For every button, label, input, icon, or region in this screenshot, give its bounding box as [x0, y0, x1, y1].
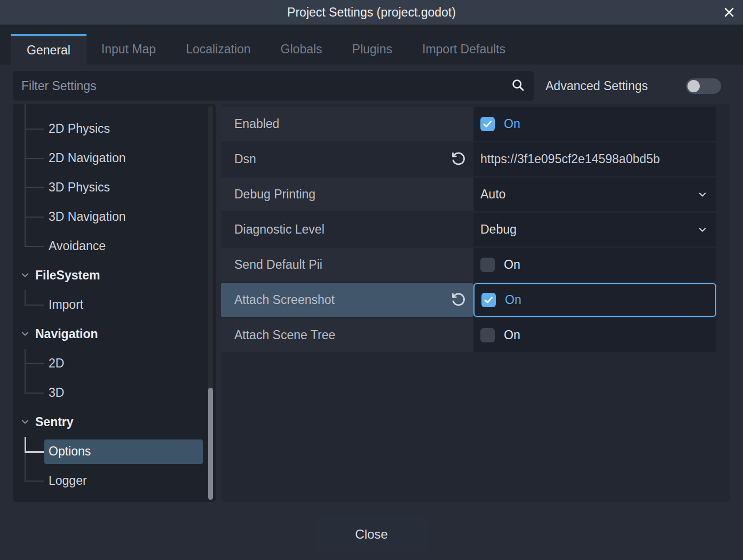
tab-label: Globals [281, 42, 322, 57]
setting-value-zone-focused: On [473, 283, 716, 317]
setting-label-zone: Debug Printing [221, 178, 473, 211]
tree-item-3d-physics[interactable]: 3D Physics [13, 173, 216, 202]
tree-section-navigation[interactable]: Navigation [13, 319, 216, 349]
setting-label: Enabled [234, 117, 279, 131]
setting-value-zone: On [473, 107, 716, 141]
setting-label: Diagnostic Level [234, 222, 325, 237]
panels: 2D Physics 2D Navigation 3D Physics 3D N… [13, 104, 730, 502]
tab-plugins[interactable]: Plugins [337, 34, 407, 65]
tree-item-nav-3d[interactable]: 3D [13, 378, 216, 407]
tree-item-label: 3D Navigation [49, 210, 125, 224]
setting-value-zone: On [473, 318, 716, 352]
close-button[interactable]: Close [316, 516, 427, 553]
debug-printing-dropdown[interactable]: Auto [473, 178, 716, 211]
tab-globals[interactable]: Globals [266, 34, 337, 65]
tree-item-options[interactable]: Options [13, 437, 216, 466]
tab-label: Plugins [352, 42, 392, 57]
setting-row-attach-screenshot: Attach Screenshot On [221, 283, 730, 317]
project-settings-window: Project Settings (project.godot) General… [0, 0, 743, 560]
checkbox-state-label: On [504, 258, 520, 272]
filter-row: Advanced Settings [13, 71, 721, 101]
tree-connector [25, 466, 46, 495]
content-area: Advanced Settings 2D Physics 2D Navigati… [0, 65, 743, 560]
checkmark-icon [483, 294, 494, 306]
settings-tree: 2D Physics 2D Navigation 3D Physics 3D N… [13, 104, 216, 502]
setting-label: Attach Screenshot [234, 293, 335, 307]
tree-item-label: 2D Navigation [49, 151, 125, 165]
tree-scrollbar-thumb[interactable] [208, 388, 213, 500]
setting-row-dsn: Dsn https://3f1e095cf2e14598a0bd5b [221, 142, 730, 176]
advanced-settings-toggle[interactable] [686, 78, 721, 94]
tree-item-2d-navigation[interactable]: 2D Navigation [13, 143, 216, 173]
setting-row-diagnostic-level: Diagnostic Level Debug [221, 213, 730, 246]
diagnostic-level-dropdown[interactable]: Debug [473, 213, 716, 246]
enabled-checkbox[interactable] [480, 117, 495, 131]
chevron-down-icon [697, 225, 708, 237]
dsn-text-field[interactable]: https://3f1e095cf2e14598a0bd5b [473, 142, 716, 176]
setting-row-send-default-pii: Send Default Pii On [221, 248, 730, 282]
tree-section-label: Navigation [35, 327, 98, 341]
tree-connector [25, 378, 46, 407]
checkbox-state-label: On [504, 117, 520, 131]
tree-leadin [13, 104, 216, 114]
tree-item-logger[interactable]: Logger [13, 466, 216, 495]
setting-row-enabled: Enabled On [221, 107, 730, 141]
setting-label: Attach Scene Tree [234, 328, 335, 342]
tree-item-nav-2d[interactable]: 2D [13, 349, 216, 378]
setting-label: Debug Printing [234, 187, 315, 202]
dropdown-value: Auto [480, 187, 505, 202]
setting-label-zone: Diagnostic Level [221, 213, 473, 246]
close-button-label: Close [355, 527, 388, 542]
tree-item-label: Options [49, 444, 91, 459]
tree-section-label: FileSystem [35, 268, 100, 283]
tree-section-filesystem[interactable]: FileSystem [13, 261, 216, 290]
filter-settings-field[interactable] [13, 71, 534, 101]
toggle-knob [687, 80, 700, 92]
tree-item-import[interactable]: Import [13, 290, 216, 319]
chevron-down-icon [20, 417, 30, 429]
tree-section-sentry[interactable]: Sentry [13, 407, 216, 437]
chevron-down-icon [20, 329, 30, 341]
tree-connector [25, 437, 46, 466]
tree-item-label: Import [49, 298, 83, 312]
tree-item-avoidance[interactable]: Avoidance [13, 231, 216, 261]
dialog-footer: Close [0, 516, 743, 553]
setting-label: Dsn [234, 152, 256, 166]
checkbox-state-label: On [505, 293, 521, 307]
tree-item-label: 2D Physics [49, 122, 110, 136]
close-icon[interactable] [722, 5, 737, 20]
setting-row-debug-printing: Debug Printing Auto [221, 178, 730, 211]
tab-label: General [27, 43, 70, 58]
dsn-value: https://3f1e095cf2e14598a0bd5b [480, 152, 660, 166]
attach-scene-tree-checkbox[interactable] [480, 328, 495, 342]
revert-icon[interactable] [451, 151, 466, 169]
tree-item-label: 3D Physics [49, 180, 110, 195]
tab-label: Import Defaults [422, 42, 505, 57]
filter-settings-input[interactable] [21, 79, 511, 93]
tab-input-map[interactable]: Input Map [86, 34, 171, 65]
revert-icon[interactable] [451, 292, 466, 309]
tab-import-defaults[interactable]: Import Defaults [407, 34, 520, 65]
setting-value-zone: On [473, 248, 716, 282]
tab-label: Input Map [101, 42, 156, 57]
search-icon [511, 78, 525, 94]
tree-item-label: Logger [49, 474, 87, 488]
setting-row-attach-scene-tree: Attach Scene Tree On [221, 318, 730, 352]
tree-item-2d-physics[interactable]: 2D Physics [13, 114, 216, 143]
tree-connector [25, 143, 46, 173]
setting-label-zone: Send Default Pii [221, 248, 473, 282]
tree-connector [25, 173, 46, 202]
settings-inspector: Enabled On Dsn [221, 104, 730, 502]
tab-localization[interactable]: Localization [171, 34, 265, 65]
chevron-down-icon [697, 189, 708, 202]
tab-general[interactable]: General [11, 34, 86, 65]
attach-screenshot-checkbox[interactable] [481, 293, 496, 307]
setting-label: Send Default Pii [234, 258, 322, 272]
send-default-pii-checkbox[interactable] [480, 258, 495, 272]
setting-label-zone: Attach Scene Tree [221, 318, 473, 352]
setting-label-zone: Attach Screenshot [221, 283, 473, 317]
tree-connector [25, 202, 46, 231]
tree-item-3d-navigation[interactable]: 3D Navigation [13, 202, 216, 231]
tree-item-label: 2D [49, 356, 64, 371]
dropdown-value: Debug [480, 222, 517, 237]
